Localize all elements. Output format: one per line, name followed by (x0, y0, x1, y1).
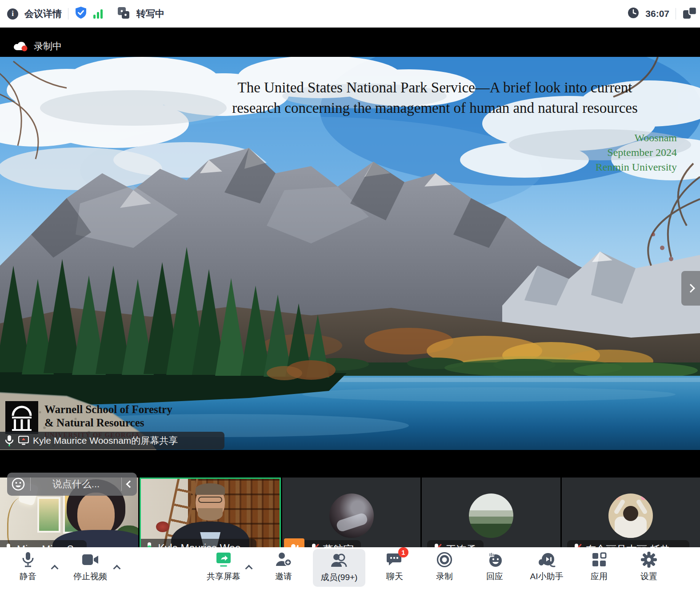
divider (30, 478, 31, 491)
person-add-icon (275, 551, 292, 569)
share-screen-label: 共享屏幕 (207, 571, 240, 582)
invite-label: 邀请 (275, 571, 292, 582)
top-bar: i 会议详情 转写中 36:07 (0, 0, 700, 28)
divider (68, 8, 68, 20)
meeting-info-icon[interactable]: i (7, 8, 18, 20)
reaction-smiley-icon (486, 551, 504, 569)
invite-button[interactable]: 邀请 (255, 551, 312, 582)
stage: 录制中 (0, 28, 700, 547)
share-screen-button[interactable]: 共享屏幕 (195, 551, 252, 582)
settings-button[interactable]: 设置 (620, 551, 678, 582)
apps-grid-icon (591, 551, 607, 569)
record-button[interactable]: 录制 (416, 551, 473, 582)
members-icon (330, 552, 348, 569)
slide-credits: Woosnam September 2024 Renmin University (596, 131, 677, 175)
meeting-window: i 会议详情 转写中 36:07 录制中 (0, 0, 700, 589)
gear-icon (640, 551, 657, 569)
chat-input[interactable]: 说点什么... (36, 478, 116, 491)
bottom-toolbar: 静音 停止视频 共享屏幕 邀请 成员(99+) (0, 547, 700, 589)
participant-avatar (329, 493, 374, 538)
transcribing-status[interactable]: 转写中 (136, 8, 164, 20)
stop-video-label: 停止视频 (73, 571, 107, 582)
record-label: 录制 (436, 571, 453, 582)
mute-button[interactable]: 静音 (0, 551, 57, 582)
participant-avatar (608, 493, 653, 538)
apps-button[interactable]: 应用 (570, 551, 628, 582)
reactions-button[interactable]: 回应 (466, 551, 524, 582)
participant-avatar (469, 493, 513, 538)
layout-view-icon[interactable] (682, 6, 697, 22)
collapse-chat-icon[interactable] (126, 481, 134, 488)
next-page-button[interactable] (681, 271, 700, 306)
divider (121, 478, 122, 491)
presenter-mic-icon (4, 435, 14, 446)
camera-icon (81, 551, 99, 569)
uga-arch-logo (5, 401, 38, 434)
emoji-icon[interactable] (12, 478, 25, 491)
screen-share-label: Kyle Maurice Woosnam的屏幕共享 (33, 434, 178, 447)
apps-label: 应用 (591, 571, 608, 582)
reactions-label: 回应 (486, 571, 503, 582)
meeting-details-button[interactable]: 会议详情 (24, 8, 62, 20)
share-screen-icon (215, 551, 232, 569)
chevron-right-icon (686, 284, 695, 293)
clock-icon (628, 7, 639, 20)
ai-assistant-label: AI小助手 (530, 571, 564, 582)
screen-share-icon (18, 436, 29, 446)
recording-label: 录制中 (34, 40, 62, 52)
chat-icon: 1 (386, 551, 403, 569)
slide-title-line1: The United States National Park Service—… (187, 77, 683, 98)
network-signal-icon[interactable] (93, 9, 103, 19)
slide-title-line2: research concerning the management of hu… (187, 98, 683, 118)
screen-share-banner: Kyle Maurice Woosnam的屏幕共享 (0, 432, 224, 450)
credit-author: Woosnam (596, 131, 677, 145)
shared-screen: The United States National Park Service—… (0, 57, 700, 450)
credit-university: Renmin University (596, 160, 677, 175)
chat-unread-badge: 1 (398, 547, 408, 557)
security-shield-icon[interactable] (75, 6, 87, 21)
settings-label: 设置 (640, 571, 657, 582)
members-label: 成员(99+) (321, 572, 358, 583)
mute-label: 静音 (20, 571, 36, 582)
cloud-recording-icon (12, 40, 28, 52)
quick-chat-bar[interactable]: 说点什么... (7, 473, 137, 496)
stop-video-button[interactable]: 停止视频 (61, 551, 119, 582)
meeting-timer: 36:07 (645, 8, 669, 19)
chat-button[interactable]: 1 聊天 (366, 551, 424, 582)
slide-title: The United States National Park Service—… (187, 77, 683, 118)
transcription-icon[interactable] (117, 6, 130, 21)
recording-indicator: 录制中 (12, 40, 62, 52)
warnell-line2: & Natural Resources (44, 416, 172, 430)
warnell-line1: Warnell School of Forestry (44, 403, 172, 416)
record-icon (436, 551, 453, 569)
ai-assistant-icon (537, 551, 556, 569)
members-button[interactable]: 成员(99+) (313, 549, 365, 587)
credit-date: September 2024 (596, 145, 677, 160)
chat-label: 聊天 (386, 571, 403, 582)
microphone-icon (20, 551, 36, 569)
divider (676, 8, 676, 20)
ai-assistant-button[interactable]: AI小助手 (518, 551, 576, 582)
